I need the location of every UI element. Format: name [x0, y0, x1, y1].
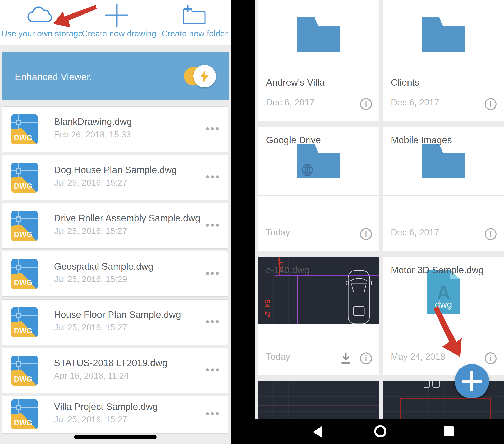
download-icon[interactable]	[340, 353, 351, 364]
recents-icon[interactable]	[444, 426, 454, 436]
use-own-storage-button[interactable]: Use your own storage	[1, 0, 78, 45]
plus-icon	[470, 371, 473, 391]
more-options-icon[interactable]	[206, 368, 219, 372]
panel-divider	[231, 0, 255, 444]
home-icon[interactable]	[374, 425, 386, 437]
grid-card-dwg-doc[interactable]: A dwg Motor 3D Sample.dwg May 24, 2018 i	[383, 257, 504, 375]
file-date: Jul 25, 2016, 15:27	[54, 178, 127, 188]
file-name: Dog House Plan Sample.dwg	[54, 164, 177, 175]
folder-plus-icon	[181, 4, 207, 25]
globe-icon	[301, 162, 314, 178]
file-date: Jul 25, 2016, 15:27	[54, 322, 127, 332]
card-title: Mobile Images	[391, 135, 452, 145]
dwg-file-icon: DWG	[11, 259, 38, 289]
toggle-knob	[193, 65, 216, 88]
folder-icon	[297, 17, 341, 52]
enhanced-viewer-toggle[interactable]	[184, 67, 214, 86]
file-row[interactable]: DWG BlankDrawing.dwg Feb 26, 2018, 15:33	[2, 106, 228, 152]
create-new-drawing-label: Create new drawing	[82, 29, 152, 38]
more-options-icon[interactable]	[206, 320, 219, 323]
file-date: Jul 25, 2016, 15:27	[54, 415, 127, 424]
dwg-badge: DWG	[14, 375, 33, 384]
info-icon[interactable]: i	[360, 228, 372, 240]
file-name: House Floor Plan Sample.dwg	[54, 309, 181, 320]
card-title: Motor 3D Sample.dwg	[391, 265, 484, 276]
card-date: Dec 6, 2017	[391, 97, 439, 107]
create-new-folder-button[interactable]: Create new folder	[162, 0, 227, 45]
file-name: Drive Roller Assembly Sample.dwg	[54, 213, 200, 224]
dwg-file-icon: DWG	[11, 114, 38, 144]
more-options-icon[interactable]	[206, 224, 219, 227]
info-icon[interactable]: i	[485, 98, 497, 110]
folder-icon	[422, 17, 465, 52]
cad-thumbnail	[258, 381, 379, 420]
info-icon[interactable]: i	[485, 228, 497, 240]
lightning-icon	[200, 70, 209, 83]
file-name: Geospatial Sample.dwg	[54, 261, 153, 272]
left-toolbar: Use your own storage Create new drawing …	[0, 0, 231, 45]
cloud-icon	[23, 4, 56, 25]
file-row[interactable]: DWG Dog House Plan Sample.dwg Jul 25, 20…	[2, 155, 228, 200]
grid-card-drawing[interactable]	[258, 381, 379, 419]
file-name: BlankDrawing.dwg	[54, 116, 132, 127]
dwg-badge: DWG	[14, 419, 33, 427]
dwg-badge: DWG	[14, 278, 33, 287]
dwg-document-icon: A dwg	[427, 270, 460, 314]
dwg-file-icon: DWG	[11, 307, 38, 337]
more-options-icon[interactable]	[206, 127, 219, 130]
info-icon[interactable]: i	[485, 353, 497, 364]
file-name: Villa Project Sample.dwg	[54, 401, 158, 412]
more-options-icon[interactable]	[206, 412, 219, 415]
dwg-file-icon: DWG	[11, 163, 38, 193]
dwg-doc-label: dwg	[427, 299, 460, 310]
ios-home-indicator[interactable]	[74, 435, 157, 439]
file-row[interactable]: DWG House Floor Plan Sample.dwg Jul 25, …	[2, 299, 228, 345]
create-new-folder-label: Create new folder	[162, 29, 227, 38]
back-icon[interactable]	[313, 426, 322, 438]
file-row[interactable]: DWG Drive Roller Assembly Sample.dwg Jul…	[2, 203, 228, 249]
info-icon[interactable]: i	[360, 353, 372, 364]
more-options-icon[interactable]	[206, 272, 219, 275]
android-navbar	[255, 419, 504, 444]
grid-card-folder[interactable]: Andrew's Villa Dec 6, 2017 i	[258, 0, 379, 121]
folder-icon	[422, 143, 465, 178]
grid-card-folder[interactable]: Clients Dec 6, 2017 i	[383, 0, 504, 121]
left-app-panel: Use your own storage Create new drawing …	[0, 0, 231, 444]
create-new-drawing-button[interactable]: Create new drawing	[82, 0, 152, 45]
card-date: Today	[266, 227, 290, 238]
car-outline	[346, 267, 372, 324]
enhanced-viewer-label: Enhanced Viewer.	[15, 71, 92, 82]
card-date: Dec 6, 2017	[391, 227, 439, 238]
card-date: Dec 6, 2017	[266, 97, 314, 107]
card-title: Clients	[391, 77, 420, 88]
dimension-label: 54'-2"	[263, 300, 271, 318]
file-date: Feb 26, 2018, 15:33	[54, 130, 131, 140]
card-date: May 24, 2018	[391, 352, 445, 362]
plus-icon	[105, 3, 129, 27]
file-date: Jul 25, 2016, 15:29	[54, 274, 127, 284]
dwg-file-icon: DWG	[11, 399, 38, 429]
enhanced-viewer-banner: Enhanced Viewer.	[2, 52, 229, 100]
grid-card-folder[interactable]: Google Drive Today i	[258, 126, 379, 251]
file-row[interactable]: DWG Villa Project Sample.dwg Jul 25, 201…	[2, 396, 228, 434]
file-row[interactable]: DWG STATUS-2018 LT2019.dwg Apr 16, 2018,…	[2, 348, 228, 393]
dwg-badge: DWG	[14, 182, 33, 191]
card-title: Google Drive	[266, 135, 321, 145]
dwg-file-icon: DWG	[11, 356, 38, 386]
card-title: Andrew's Villa	[266, 77, 325, 88]
screenshot-root: Use your own storage Create new drawing …	[0, 0, 504, 444]
file-date: Apr 16, 2018, 11:24	[54, 371, 129, 381]
card-date: Today	[266, 352, 290, 362]
grid-card-drawing[interactable]: 18'-4" 54'-2" c-140.dwg Today	[258, 257, 379, 375]
info-icon[interactable]: i	[360, 98, 372, 110]
grid-card-folder[interactable]: Mobile Images Dec 6, 2017 i	[383, 126, 504, 251]
folder-tile	[383, 0, 504, 69]
file-row[interactable]: DWG Geospatial Sample.dwg Jul 25, 2016, …	[2, 251, 228, 297]
more-options-icon[interactable]	[206, 175, 219, 178]
dwg-file-icon: DWG	[11, 211, 38, 241]
card-title: c-140.dwg	[266, 265, 309, 276]
folder-tile	[258, 0, 379, 69]
dwg-badge: DWG	[14, 327, 33, 335]
right-app-panel: Andrew's Villa Dec 6, 2017 i Clients Dec…	[255, 0, 504, 444]
add-fab-button[interactable]	[455, 364, 489, 398]
